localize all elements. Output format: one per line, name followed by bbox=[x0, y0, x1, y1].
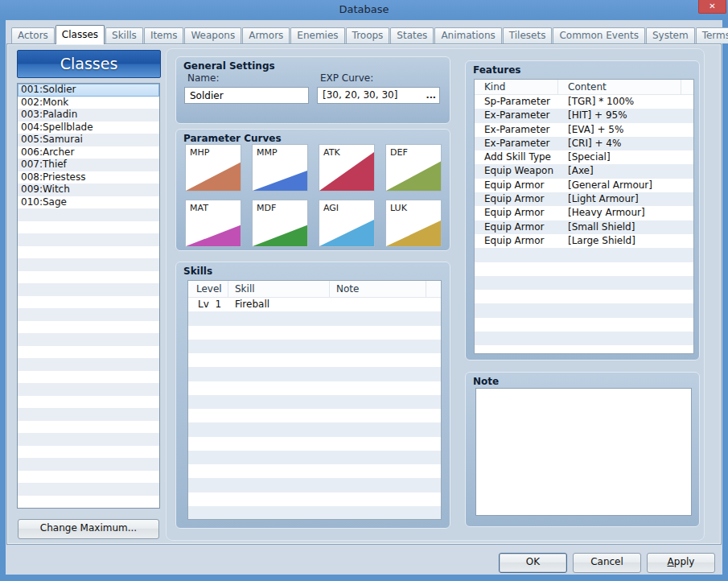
tab-actors[interactable]: Actors bbox=[11, 27, 55, 43]
class-list-empty-row[interactable] bbox=[18, 308, 159, 321]
skills-row-empty[interactable] bbox=[188, 506, 441, 520]
class-list-item[interactable]: 009:Witch bbox=[18, 183, 159, 196]
skills-row-empty[interactable] bbox=[188, 340, 441, 353]
close-icon[interactable]: ✕ bbox=[698, 0, 726, 14]
class-list-empty-row[interactable] bbox=[18, 371, 159, 384]
class-list-item[interactable]: 006:Archer bbox=[18, 146, 159, 159]
class-list-empty-row[interactable] bbox=[18, 458, 159, 471]
tab-tilesets[interactable]: Tilesets bbox=[503, 27, 553, 43]
class-list-item[interactable]: 005:Samurai bbox=[18, 134, 159, 146]
features-row[interactable]: Ex-Parameter[CRI] + 4% bbox=[475, 137, 693, 150]
features-row-empty[interactable] bbox=[475, 276, 693, 290]
class-list-empty-row[interactable] bbox=[18, 496, 159, 509]
class-list-empty-row[interactable] bbox=[18, 358, 159, 371]
class-list-empty-row[interactable] bbox=[18, 396, 159, 409]
features-row-empty[interactable] bbox=[475, 345, 693, 354]
class-list-empty-row[interactable] bbox=[18, 296, 159, 309]
class-list-empty-row[interactable] bbox=[18, 321, 159, 334]
class-list-empty-row[interactable] bbox=[18, 433, 159, 446]
features-row[interactable]: Ex-Parameter[EVA] + 5% bbox=[475, 123, 693, 137]
features-row[interactable]: Equip Armor[Small Shield] bbox=[475, 220, 693, 234]
class-list-empty-row[interactable] bbox=[18, 233, 159, 246]
class-list-item[interactable]: 002:Monk bbox=[18, 97, 159, 109]
features-row-empty[interactable] bbox=[475, 248, 693, 262]
class-list-empty-row[interactable] bbox=[18, 258, 159, 271]
ok-button[interactable]: OK bbox=[499, 553, 567, 573]
class-list-empty-row[interactable] bbox=[18, 246, 159, 259]
skills-row[interactable]: Lv 1Fireball bbox=[188, 298, 441, 311]
tab-weapons[interactable]: Weapons bbox=[184, 27, 241, 43]
skills-row-empty[interactable] bbox=[188, 464, 441, 478]
features-row[interactable]: Add Skill Type[Special] bbox=[475, 150, 693, 164]
features-row[interactable]: Equip Armor[Large Shield] bbox=[475, 234, 693, 248]
skills-row-empty[interactable] bbox=[188, 353, 441, 367]
tab-system[interactable]: System bbox=[646, 27, 695, 43]
features-row[interactable]: Ex-Parameter[HIT] + 95% bbox=[475, 109, 693, 122]
class-list-empty-row[interactable] bbox=[18, 271, 159, 284]
skills-row-empty[interactable] bbox=[188, 326, 441, 340]
tab-terms[interactable]: Terms bbox=[696, 27, 728, 43]
name-field[interactable] bbox=[190, 88, 308, 103]
exp-curve-more-button[interactable]: ... bbox=[426, 88, 436, 103]
curve-tile-luk[interactable]: LUK bbox=[385, 200, 442, 247]
skills-row-empty[interactable] bbox=[188, 395, 441, 409]
skills-row-empty[interactable] bbox=[188, 437, 441, 451]
tab-items[interactable]: Items bbox=[144, 27, 184, 43]
change-maximum-button[interactable]: Change Maximum... bbox=[18, 519, 159, 539]
features-row-empty[interactable] bbox=[475, 303, 693, 317]
exp-curve-field[interactable]: [30, 20, 30, 30] ... bbox=[317, 87, 440, 104]
features-row[interactable]: Sp-Parameter[TGR] * 100% bbox=[475, 95, 693, 109]
features-row-empty[interactable] bbox=[475, 318, 693, 332]
apply-button[interactable]: Apply bbox=[647, 553, 715, 573]
class-list-empty-row[interactable] bbox=[18, 483, 159, 496]
tab-common-events[interactable]: Common Events bbox=[553, 27, 645, 43]
class-list-empty-row[interactable] bbox=[18, 408, 159, 421]
skills-row-empty[interactable] bbox=[188, 381, 441, 395]
tab-classes[interactable]: Classes bbox=[56, 25, 105, 44]
features-row[interactable]: Equip Armor[Light Armour] bbox=[475, 192, 693, 206]
curve-tile-mat[interactable]: MAT bbox=[185, 200, 241, 247]
skills-row-empty[interactable] bbox=[188, 451, 441, 464]
class-list-empty-row[interactable] bbox=[18, 446, 159, 459]
skills-row-empty[interactable] bbox=[188, 492, 441, 506]
curve-tile-agi[interactable]: AGI bbox=[319, 200, 375, 247]
class-list-empty-row[interactable] bbox=[18, 333, 159, 346]
curve-tile-atk[interactable]: ATK bbox=[319, 144, 375, 192]
class-list-empty-row[interactable] bbox=[18, 471, 159, 484]
features-row-empty[interactable] bbox=[475, 262, 693, 276]
curve-tile-mhp[interactable]: MHP bbox=[185, 144, 241, 192]
tab-enemies[interactable]: Enemies bbox=[290, 27, 344, 43]
class-list-empty-row[interactable] bbox=[18, 421, 159, 434]
features-row[interactable]: Equip Weapon[Axe] bbox=[475, 164, 693, 178]
skills-row-empty[interactable] bbox=[188, 422, 441, 436]
class-list-item[interactable]: 004:Spellblade bbox=[18, 122, 159, 134]
curve-tile-def[interactable]: DEF bbox=[385, 144, 442, 192]
features-row-empty[interactable] bbox=[475, 332, 693, 345]
cancel-button[interactable]: Cancel bbox=[573, 553, 641, 573]
tab-animations[interactable]: Animations bbox=[434, 27, 501, 43]
tab-skills[interactable]: Skills bbox=[105, 27, 143, 43]
curve-tile-mdf[interactable]: MDF bbox=[252, 200, 308, 247]
class-list-empty-row[interactable] bbox=[18, 283, 159, 296]
class-list-item[interactable]: 007:Thief bbox=[18, 159, 159, 171]
note-textarea[interactable] bbox=[475, 388, 692, 516]
class-list-empty-row[interactable] bbox=[18, 383, 159, 396]
class-list-item[interactable]: 010:Sage bbox=[18, 196, 159, 209]
class-list-empty-row[interactable] bbox=[18, 346, 159, 359]
class-list-empty-row[interactable] bbox=[18, 208, 159, 221]
skills-row-empty[interactable] bbox=[188, 478, 441, 492]
class-list-item[interactable]: 008:Priestess bbox=[18, 171, 159, 184]
skills-row-empty[interactable] bbox=[188, 311, 441, 325]
curve-tile-mmp[interactable]: MMP bbox=[252, 144, 308, 192]
tab-troops[interactable]: Troops bbox=[346, 27, 390, 43]
features-row-empty[interactable] bbox=[475, 290, 693, 303]
tab-states[interactable]: States bbox=[390, 27, 434, 43]
class-list-item[interactable]: 001:Soldier bbox=[18, 84, 159, 97]
tab-armors[interactable]: Armors bbox=[242, 27, 290, 43]
class-list-empty-row[interactable] bbox=[18, 221, 159, 234]
skills-row-empty[interactable] bbox=[188, 367, 441, 381]
skills-row-empty[interactable] bbox=[188, 409, 441, 422]
features-row[interactable]: Equip Armor[Heavy Armour] bbox=[475, 206, 693, 220]
features-row[interactable]: Equip Armor[General Armour] bbox=[475, 179, 693, 192]
class-list-item[interactable]: 003:Paladin bbox=[18, 109, 159, 122]
